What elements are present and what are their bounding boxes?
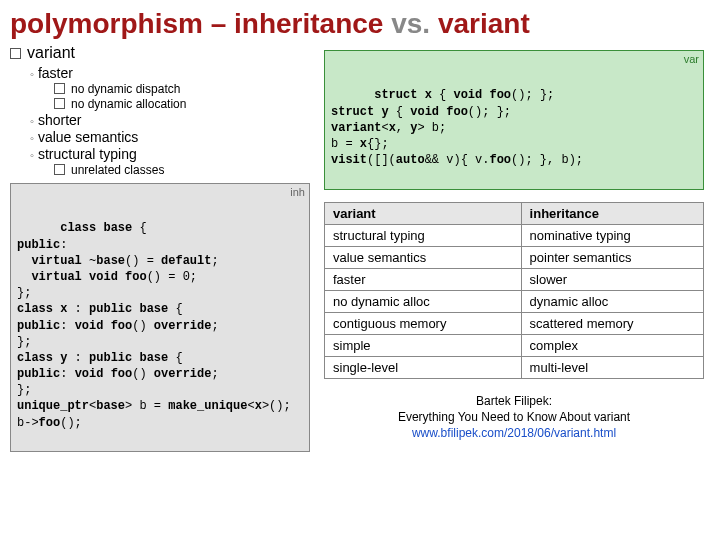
table-cell: no dynamic alloc (325, 290, 522, 312)
table-row: single-levelmulti-level (325, 356, 704, 378)
bullet-label: value semantics (38, 129, 138, 145)
code-variant: var struct x { void foo(); }; struct y {… (324, 50, 704, 190)
list-item: no dynamic dispatch (54, 82, 310, 96)
table-row: fasterslower (325, 268, 704, 290)
list-item: ◦value semantics (30, 129, 310, 145)
table-header: variant (325, 202, 522, 224)
table-cell: nominative typing (521, 224, 703, 246)
checkbox-icon (54, 83, 65, 94)
citation-author: Bartek Filipek: (324, 393, 704, 409)
table-row: contiguous memoryscattered memory (325, 312, 704, 334)
right-column: var struct x { void foo(); }; struct y {… (324, 44, 704, 452)
table-cell: pointer semantics (521, 246, 703, 268)
title-part1: polymorphism – inheritance (10, 8, 383, 39)
table-cell: faster (325, 268, 522, 290)
table-cell: structural typing (325, 224, 522, 246)
bullet-icon: ◦ (30, 115, 34, 127)
table-header: inheritance (521, 202, 703, 224)
bullet-icon: ◦ (30, 132, 34, 144)
title-part2: variant (438, 8, 530, 39)
bullet-icon: ◦ (30, 68, 34, 80)
table-row: no dynamic allocdynamic alloc (325, 290, 704, 312)
table-row: structural typingnominative typing (325, 224, 704, 246)
sub-bullet-label: unrelated classes (71, 163, 164, 177)
bullet-list: ◦faster no dynamic dispatch no dynamic a… (10, 65, 310, 177)
checkbox-icon (10, 48, 21, 59)
table-row: simplecomplex (325, 334, 704, 356)
bullet-label: shorter (38, 112, 82, 128)
table-cell: simple (325, 334, 522, 356)
table-header-row: variant inheritance (325, 202, 704, 224)
table-cell: complex (521, 334, 703, 356)
bullet-label: structural typing (38, 146, 137, 162)
sub-bullet-list: unrelated classes (30, 163, 310, 177)
code-var-text: struct x { void foo(); }; struct y { voi… (331, 88, 583, 167)
page-title: polymorphism – inheritance vs. variant (0, 0, 720, 42)
code-inheritance: inh class base { public: virtual ~base()… (10, 183, 310, 452)
code-inh-text: class base { public: virtual ~base() = d… (17, 221, 291, 429)
citation-link[interactable]: www.bfilipek.com/2018/06/variant.html (324, 425, 704, 441)
table-cell: single-level (325, 356, 522, 378)
table-row: value semanticspointer semantics (325, 246, 704, 268)
list-item: ◦structural typing unrelated classes (30, 146, 310, 177)
title-vs: vs. (383, 8, 437, 39)
sub-bullet-list: no dynamic dispatch no dynamic allocatio… (30, 82, 310, 111)
list-item: ◦faster no dynamic dispatch no dynamic a… (30, 65, 310, 111)
code-tag-var: var (684, 52, 699, 67)
sub-bullet-label: no dynamic allocation (71, 97, 186, 111)
list-item: ◦shorter (30, 112, 310, 128)
comparison-table: variant inheritance structural typingnom… (324, 202, 704, 379)
bullet-icon: ◦ (30, 149, 34, 161)
table-cell: contiguous memory (325, 312, 522, 334)
checkbox-icon (54, 98, 65, 109)
bullet-main: variant (10, 44, 310, 62)
table-cell: scattered memory (521, 312, 703, 334)
left-column: variant ◦faster no dynamic dispatch no d… (10, 44, 310, 452)
checkbox-icon (54, 164, 65, 175)
list-item: unrelated classes (54, 163, 310, 177)
content-area: variant ◦faster no dynamic dispatch no d… (0, 42, 720, 452)
list-item: no dynamic allocation (54, 97, 310, 111)
citation-title: Everything You Need to Know About varian… (324, 409, 704, 425)
table-cell: dynamic alloc (521, 290, 703, 312)
sub-bullet-label: no dynamic dispatch (71, 82, 180, 96)
bullet-label: faster (38, 65, 73, 81)
table-cell: slower (521, 268, 703, 290)
code-tag-inh: inh (290, 185, 305, 200)
bullet-main-label: variant (27, 44, 75, 61)
table-cell: multi-level (521, 356, 703, 378)
table-cell: value semantics (325, 246, 522, 268)
citation: Bartek Filipek: Everything You Need to K… (324, 393, 704, 442)
